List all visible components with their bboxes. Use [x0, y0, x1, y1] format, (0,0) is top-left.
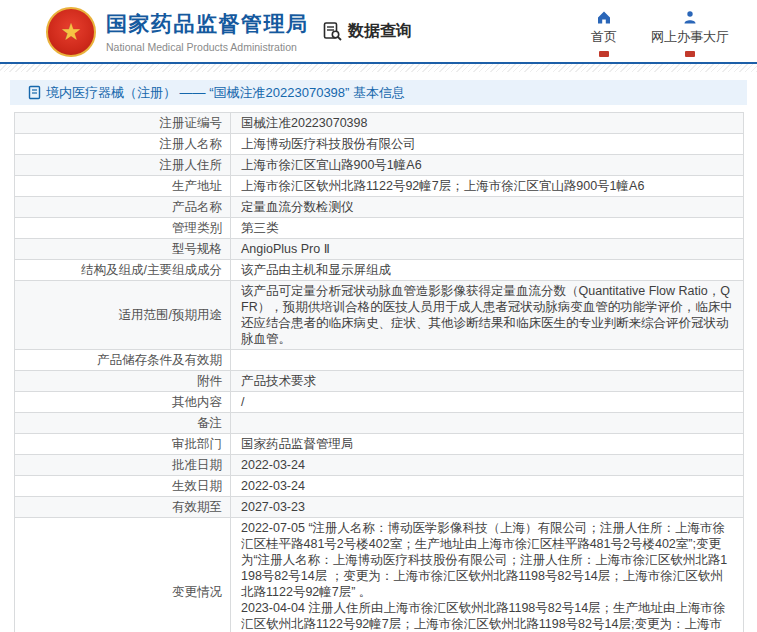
row-label-text: 产品储存条件及有效期 — [97, 353, 222, 367]
row-value: 国家药品监督管理局 — [231, 434, 744, 455]
person-icon — [682, 10, 698, 25]
row-label-text: 附件 — [197, 374, 222, 388]
row-label-text: 生效日期 — [172, 479, 222, 493]
row-label-text: 产品名称 — [172, 200, 222, 214]
row-value: 第三类 — [231, 218, 744, 239]
row-value: 上海博动医疗科技股份有限公司 — [231, 134, 744, 155]
row-label: 变更情况 — [15, 518, 231, 632]
row-label: 型号规格 — [15, 239, 231, 260]
row-label-text: 型号规格 — [172, 242, 222, 256]
table-row: 变更情况2022-07-05 “注册人名称：博动医学影像科技（上海）有限公司；注… — [15, 518, 744, 632]
row-label-text: 结构及组成/主要组成成分 — [81, 263, 222, 277]
service-hall-badge — [685, 51, 695, 57]
row-value: 2022-03-24 — [231, 476, 744, 497]
row-label: 注册证编号 — [15, 113, 231, 134]
row-label: 产品储存条件及有效期 — [15, 350, 231, 371]
row-value: 产品技术要求 — [231, 371, 744, 392]
breadcrumb: 境内医疗器械（注册） —— “国械注准20223070398” 基本信息 — [10, 80, 747, 105]
table-row: 生效日期2022-03-24 — [15, 476, 744, 497]
nav-label-home: 首页 — [591, 28, 617, 46]
table-row: 附件产品技术要求 — [15, 371, 744, 392]
data-query-icon — [322, 21, 343, 42]
home-badge — [599, 51, 609, 57]
row-value: 上海市徐汇区钦州北路1122号92幢7层；上海市徐汇区宜山路900号1幢A6 — [231, 176, 744, 197]
table-row: 适用范围/预期用途该产品可定量分析冠状动脉血管造影影像获得定量血流分数（Quan… — [15, 281, 744, 350]
table-row: 有效期至2027-03-23 — [15, 497, 744, 518]
row-value: 定量血流分数检测仪 — [231, 197, 744, 218]
table-row: 结构及组成/主要组成成分该产品由主机和显示屏组成 — [15, 260, 744, 281]
nav-label-service-hall: 网上办事大厅 — [651, 28, 729, 46]
row-label-text: 注册人名称 — [160, 137, 223, 151]
site-header: ★ 国家药品监督管理局 National Medical Products Ad… — [0, 0, 757, 62]
header-hatch-strip — [0, 64, 757, 72]
top-nav: 首页 网上办事大厅 — [591, 10, 729, 57]
row-label-text: 管理类别 — [172, 221, 222, 235]
row-label: 备注 — [15, 413, 231, 434]
table-row: 管理类别第三类 — [15, 218, 744, 239]
row-label-text: 适用范围/预期用途 — [119, 308, 222, 322]
table-row: 其他内容/ — [15, 392, 744, 413]
row-value: 2022-07-05 “注册人名称：博动医学影像科技（上海）有限公司；注册人住所… — [231, 518, 744, 632]
row-value — [231, 350, 744, 371]
table-row: 批准日期2022-03-24 — [15, 455, 744, 476]
home-icon — [596, 10, 612, 25]
row-value: 国械注准20223070398 — [231, 113, 744, 134]
emblem-star-icon: ★ — [60, 20, 82, 44]
row-label: 适用范围/预期用途 — [15, 281, 231, 350]
org-name-en: National Medical Products Administration — [106, 41, 309, 53]
row-label: 生产地址 — [15, 176, 231, 197]
row-label: 有效期至 — [15, 497, 231, 518]
row-value: AngioPlus Pro Ⅱ — [231, 239, 744, 260]
row-label: 管理类别 — [15, 218, 231, 239]
table-row: 型号规格AngioPlus Pro Ⅱ — [15, 239, 744, 260]
row-label-text: 有效期至 — [172, 500, 222, 514]
table-row: 审批部门国家药品监督管理局 — [15, 434, 744, 455]
registration-info-table: 注册证编号国械注准20223070398注册人名称上海博动医疗科技股份有限公司注… — [14, 112, 744, 632]
org-name-cn: 国家药品监督管理局 — [106, 10, 309, 38]
table-row: 注册人住所上海市徐汇区宜山路900号1幢A6 — [15, 155, 744, 176]
row-value: 2027-03-23 — [231, 497, 744, 518]
table-row: 产品储存条件及有效期 — [15, 350, 744, 371]
row-label: 审批部门 — [15, 434, 231, 455]
row-label: 附件 — [15, 371, 231, 392]
row-value: / — [231, 392, 744, 413]
row-label-text: 批准日期 — [172, 458, 222, 472]
row-label: 注册人住所 — [15, 155, 231, 176]
row-label-text: 备注 — [197, 416, 222, 430]
nav-item-home[interactable]: 首页 — [591, 10, 617, 57]
table-row: 备注 — [15, 413, 744, 434]
table-row: 产品名称定量血流分数检测仪 — [15, 197, 744, 218]
row-label: 产品名称 — [15, 197, 231, 218]
row-value: 该产品可定量分析冠状动脉血管造影影像获得定量血流分数（Quantitative … — [231, 281, 744, 350]
row-label: 其他内容 — [15, 392, 231, 413]
row-value: 2022-03-24 — [231, 455, 744, 476]
data-query-link[interactable]: 数据查询 — [322, 21, 412, 42]
org-title-block: 国家药品监督管理局 National Medical Products Admi… — [106, 10, 309, 53]
row-label-text: 其他内容 — [172, 395, 222, 409]
table-row: 生产地址上海市徐汇区钦州北路1122号92幢7层；上海市徐汇区宜山路900号1幢… — [15, 176, 744, 197]
row-value: 上海市徐汇区宜山路900号1幢A6 — [231, 155, 744, 176]
row-label: 生效日期 — [15, 476, 231, 497]
row-label: 结构及组成/主要组成成分 — [15, 260, 231, 281]
national-emblem-logo: ★ — [46, 7, 96, 57]
row-label: 注册人名称 — [15, 134, 231, 155]
row-label-text: 变更情况 — [172, 585, 222, 599]
row-label-text: 注册证编号 — [160, 116, 223, 130]
table-row: 注册证编号国械注准20223070398 — [15, 113, 744, 134]
document-icon — [28, 85, 41, 100]
row-label: 批准日期 — [15, 455, 231, 476]
data-query-label: 数据查询 — [348, 21, 412, 42]
row-label-text: 生产地址 — [172, 179, 222, 193]
row-value — [231, 413, 744, 434]
row-value: 该产品由主机和显示屏组成 — [231, 260, 744, 281]
row-label-text: 审批部门 — [172, 437, 222, 451]
page-title: 境内医疗器械（注册） —— “国械注准20223070398” 基本信息 — [46, 84, 405, 102]
nav-item-service-hall[interactable]: 网上办事大厅 — [651, 10, 729, 57]
table-row: 注册人名称上海博动医疗科技股份有限公司 — [15, 134, 744, 155]
row-label-text: 注册人住所 — [160, 158, 223, 172]
